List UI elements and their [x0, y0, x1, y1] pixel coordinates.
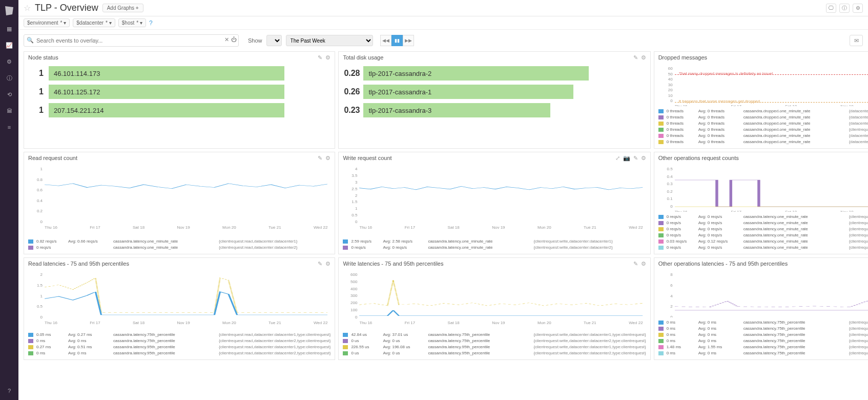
- status-bar: 207.154.221.214: [49, 103, 284, 117]
- legend-row: 0 reqs/sAvg: 0 reqs/scassandra.latency.o…: [343, 245, 646, 251]
- panel-read-count: Read request count✎⚙ 10.80.60.40.20 Thu …: [24, 152, 335, 254]
- alert-annotation: That many dropped messages is definitely…: [679, 71, 773, 76]
- legend-row: 0 reqs/sAvg: 0 reqs/scassandra.latency.o…: [658, 214, 868, 220]
- gear-icon[interactable]: ⚙: [325, 54, 330, 61]
- clear-icon[interactable]: ✕: [224, 36, 229, 43]
- warn-annotation: It happens that some messages get droppe…: [679, 99, 763, 104]
- metrics-icon[interactable]: 📈: [5, 41, 13, 49]
- legend-row: 0 reqs/sAvg: 0 reqs/scassandra.latency.o…: [658, 226, 868, 232]
- legend-row: 0 msAvg: 0 mscassandra.latency.75th_perc…: [658, 332, 868, 338]
- legend-row: 0 threadsAvg: 0 threadscassandra.dropped…: [658, 121, 868, 127]
- infra-icon[interactable]: ⚙: [5, 57, 13, 66]
- header: ☆ TLP - Overview Add Graphs + 🖵 ⓘ ⚙: [18, 0, 868, 16]
- status-value: 0.26: [344, 87, 358, 96]
- help-icon[interactable]: ?: [5, 387, 13, 395]
- dashboard-grid: Node status✎⚙ 146.101.114.173146.101.125…: [18, 48, 868, 400]
- legend-row: 0 msAvg: 0 mscassandra.latency.75th_perc…: [658, 319, 868, 326]
- status-row: 0.23tlp-2017-cassandra-3: [344, 103, 645, 117]
- forward-button[interactable]: ▶▶: [403, 35, 414, 46]
- legend-row: 0 threadsAvg: 0 threadscassandra.dropped…: [658, 108, 868, 114]
- gear-icon[interactable]: ⚙: [641, 54, 646, 61]
- pencil-icon[interactable]: ✎: [633, 54, 638, 61]
- rewind-button[interactable]: ◀◀: [380, 35, 391, 46]
- gear-icon[interactable]: ⚙: [641, 155, 646, 162]
- gear-icon[interactable]: ⚙: [641, 261, 646, 267]
- gear-icon[interactable]: ⚙: [325, 155, 330, 162]
- show-label: Show: [248, 37, 262, 44]
- panel-dropped-messages: Dropped messages✎⚙ 6050403020100 That ma…: [654, 51, 868, 149]
- tv-icon[interactable]: 🖵: [826, 4, 836, 13]
- panel-title: Other operations request counts: [658, 155, 739, 161]
- pencil-icon[interactable]: ✎: [318, 54, 322, 61]
- status-bar: 46.101.114.173: [49, 66, 284, 81]
- legend-row: 2.59 reqs/sAvg: 2.58 reqs/scassandra.lat…: [343, 238, 646, 245]
- pencil-icon[interactable]: ✎: [318, 155, 322, 162]
- panel-title: Total disk usage: [343, 54, 383, 61]
- gear-icon[interactable]: ⚙: [325, 261, 330, 267]
- status-value: 1: [29, 106, 44, 115]
- legend-row: 0 threadsAvg: 0 threadscassandra.dropped…: [658, 133, 868, 139]
- panel-write-count: Write request count⤢📷✎⚙ 43.532.521.510.5…: [338, 152, 650, 254]
- datadog-logo[interactable]: [3, 4, 15, 16]
- panel-read-latency: Read latencies - 75 and 95th percentiles…: [24, 257, 335, 360]
- legend-row: 0 reqs/scassandra.latency.one_minute_rat…: [28, 245, 330, 251]
- status-row: 1207.154.221.214: [29, 103, 329, 117]
- info-icon[interactable]: ⓘ: [839, 4, 850, 13]
- integrations-icon[interactable]: 🏛: [5, 107, 13, 115]
- search-input[interactable]: [24, 34, 239, 47]
- sidebar: ▦ 📈 ⚙ ⓘ ⟲ 🏛 ≡ ?: [0, 0, 18, 400]
- gear-icon[interactable]: ⚙: [853, 4, 863, 13]
- legend-row: 226.55 usAvg: 196.08 uscassandra.latency…: [343, 344, 646, 350]
- logs-icon[interactable]: ≡: [5, 123, 13, 131]
- panel-title: Node status: [28, 54, 58, 61]
- panel-title: Other operations latencies - 75 and 95th…: [658, 261, 788, 267]
- panel-title: Read latencies - 75 and 95th percentiles: [28, 261, 129, 267]
- var-datacenter[interactable]: $datacenter* ▾: [73, 18, 115, 27]
- help-icon[interactable]: ?: [149, 19, 153, 27]
- page-title: TLP - Overview: [35, 3, 98, 13]
- status-row: 146.101.114.173: [29, 66, 329, 81]
- time-range-select[interactable]: The Past Week: [286, 35, 373, 46]
- legend-row: 0 reqs/sAvg: 0 reqs/scassandra.latency.o…: [658, 220, 868, 226]
- status-bar: 46.101.125.172: [49, 85, 284, 99]
- status-row: 146.101.125.172: [29, 85, 329, 99]
- expand-icon[interactable]: ⤢: [615, 155, 620, 162]
- legend-row: 0 msAvg: 0 mscassandra.latency.75th_perc…: [658, 326, 868, 332]
- status-value: 1: [29, 69, 44, 78]
- variable-bar: $environment* ▾ $datacenter* ▾ $host* ▾ …: [18, 16, 868, 30]
- legend-row: 0.05 msAvg: 0.27 mscassandra.latency.75t…: [28, 332, 330, 338]
- pencil-icon[interactable]: ✎: [318, 261, 322, 267]
- apm-icon[interactable]: ⟲: [5, 90, 13, 98]
- status-value: 1: [29, 87, 44, 96]
- add-graphs-button[interactable]: Add Graphs +: [102, 4, 143, 12]
- star-icon[interactable]: ☆: [24, 3, 31, 13]
- status-bar: tlp-2017-cassandra-3: [363, 103, 550, 117]
- legend-row: 0 msAvg: 0 mscassandra.latency.75th_perc…: [658, 350, 868, 356]
- time-preset-select[interactable]: 1w: [266, 35, 282, 46]
- legend-row: 0 threadsAvg: 0 threadscassandra.dropped…: [658, 114, 868, 121]
- status-row: 0.26tlp-2017-cassandra-1: [344, 85, 645, 99]
- panel-node-status: Node status✎⚙ 146.101.114.173146.101.125…: [24, 51, 335, 149]
- legend-row: 0.82 reqs/sAvg: 0.66 reqs/scassandra.lat…: [28, 238, 330, 245]
- dashboard-icon[interactable]: ▦: [5, 25, 13, 33]
- var-host[interactable]: $host* ▾: [118, 18, 146, 27]
- var-environment[interactable]: $environment* ▾: [24, 18, 70, 27]
- status-value: 0.23: [344, 106, 358, 115]
- status-bar: tlp-2017-cassandra-2: [363, 66, 589, 81]
- power-icon[interactable]: ⏻: [231, 36, 237, 43]
- monitors-icon[interactable]: ⓘ: [5, 74, 13, 82]
- legend-row: 1.48 msAvg: 1.55 mscassandra.latency.75t…: [658, 344, 868, 350]
- legend-row: 0 usAvg: 0 uscassandra.latency.75th_perc…: [343, 338, 646, 344]
- envelope-icon[interactable]: ✉: [850, 35, 863, 46]
- panel-title: Dropped messages: [658, 54, 707, 61]
- search-icon: 🔍: [27, 37, 34, 44]
- control-bar: 🔍 ✕ ⏻ Show 1w The Past Week ◀◀ ▮▮ ▶▶ ✉: [18, 33, 868, 48]
- legend-row: 0 msAvg: 0 mscassandra.latency.75th_perc…: [658, 338, 868, 344]
- pencil-icon[interactable]: ✎: [633, 155, 638, 162]
- camera-icon[interactable]: 📷: [623, 155, 630, 162]
- pencil-icon[interactable]: ✎: [633, 261, 638, 267]
- panel-disk-usage: Total disk usage✎⚙ 0.28tlp-2017-cassandr…: [338, 51, 650, 149]
- legend-row: 0 msAvg: 0 mscassandra.latency.95th_perc…: [28, 350, 330, 356]
- pause-button[interactable]: ▮▮: [391, 35, 403, 46]
- panel-title: Write request count: [343, 155, 391, 161]
